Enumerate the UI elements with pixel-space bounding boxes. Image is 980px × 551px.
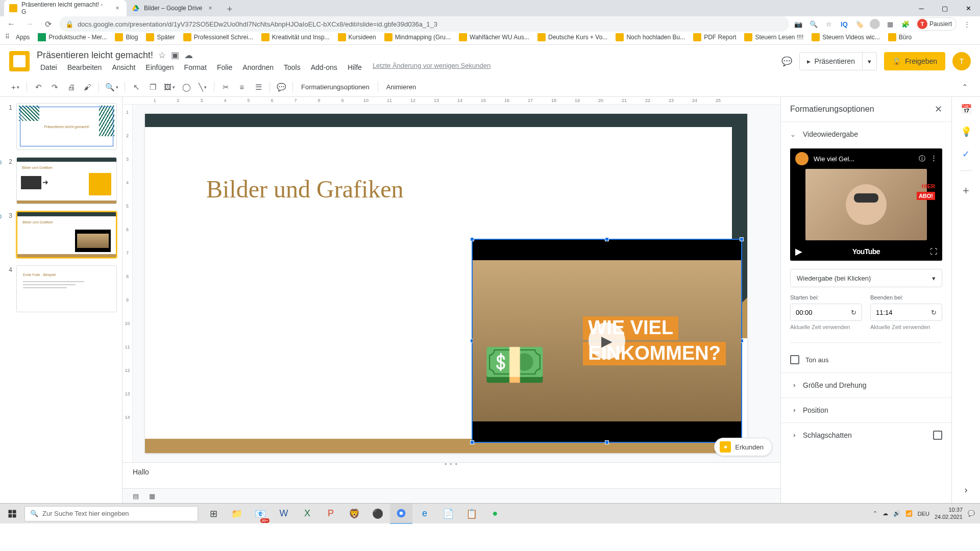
new-slide-button[interactable]: + — [8, 80, 22, 94]
bookmark-item[interactable]: Noch hochladen Bu... — [616, 33, 685, 41]
tasks-icon[interactable]: ✓ — [960, 148, 972, 160]
tray-chevron-icon[interactable]: ⌃ — [873, 510, 877, 517]
position-section[interactable]: ⌄Position — [781, 398, 951, 422]
select-tool[interactable]: ↖ — [129, 80, 143, 94]
speaker-notes[interactable]: • • • Hallo — [122, 462, 780, 488]
nav-forward-icon[interactable]: → — [22, 17, 37, 31]
doc-title[interactable]: Präsentieren leicht gemacht! — [37, 50, 153, 61]
image-tool[interactable]: 🖼 — [162, 80, 177, 94]
bookmark-item[interactable]: PDF Report — [693, 33, 736, 41]
checkbox-icon[interactable] — [790, 355, 799, 364]
fullscreen-icon[interactable]: ⛶ — [930, 247, 937, 256]
playback-mode-select[interactable]: Wiedergabe (bei Klicken) ▾ — [790, 269, 942, 287]
spotify-icon[interactable]: ● — [484, 504, 506, 524]
youtube-preview[interactable]: Wie viel Gel... ⓘ⋮ HIER ABO! ▶ YouTube ⛶ — [790, 148, 942, 261]
play-icon[interactable]: ▶ — [589, 322, 625, 359]
powerpoint-icon[interactable]: P — [320, 504, 342, 524]
move-icon[interactable]: ▣ — [171, 50, 179, 61]
ext-iq-icon[interactable]: IQ — [839, 19, 849, 29]
slide-title-text[interactable]: Bilder und Grafiken — [206, 175, 404, 203]
taskbar-search[interactable]: 🔍 Zur Suche Text hier eingeben — [24, 506, 198, 521]
slide-thumb-4[interactable]: Erste Folie - Beispiel — [16, 265, 117, 312]
resize-handle[interactable] — [470, 440, 474, 444]
mask-button[interactable]: ≡ — [235, 80, 249, 94]
resize-handle[interactable] — [470, 237, 474, 241]
zoom-button[interactable]: 🔍 — [103, 80, 120, 94]
slide-thumb-2[interactable]: Bilder und Grafiken ➜ — [16, 157, 117, 204]
add-addon-icon[interactable]: + — [963, 184, 969, 197]
resize-handle[interactable] — [605, 237, 609, 241]
start-time-field[interactable] — [796, 309, 821, 316]
slides-logo-icon[interactable] — [9, 51, 30, 71]
notes-drag-handle[interactable]: • • • — [445, 461, 458, 467]
volume-icon[interactable]: 🔊 — [893, 510, 900, 517]
app-icon[interactable]: 📋 — [460, 504, 483, 524]
keep-icon[interactable]: 💡 — [960, 126, 972, 138]
star-icon[interactable]: ☆ — [158, 50, 166, 61]
chrome-menu-icon[interactable]: ⋮ — [962, 19, 972, 29]
crop-button[interactable]: ✂ — [218, 80, 233, 94]
apps-button[interactable]: ⠿Apps — [5, 33, 30, 41]
resize-handle[interactable] — [740, 237, 744, 241]
bookmark-item[interactable]: Deutsche Kurs + Vo... — [537, 33, 607, 41]
new-tab-button[interactable]: + — [223, 2, 237, 16]
bookmark-item[interactable]: Kursideen — [338, 33, 376, 41]
menu-folie[interactable]: Folie — [213, 62, 236, 73]
reset-icon[interactable]: ↻ — [931, 309, 937, 316]
excel-icon[interactable]: X — [296, 504, 318, 524]
menu-tools[interactable]: Tools — [280, 62, 304, 73]
language-indicator[interactable]: DEU — [918, 511, 929, 517]
browser-tab-1[interactable]: Präsentieren leicht gemacht! - G × — [4, 0, 127, 16]
filmstrip-view-icon[interactable]: ▤ — [133, 492, 139, 500]
share-button[interactable]: 🔒 Freigeben — [884, 52, 945, 70]
end-time-input[interactable]: ↻ — [870, 304, 942, 321]
obs-icon[interactable]: ⚫ — [366, 504, 389, 524]
ext-circle-icon[interactable] — [870, 19, 880, 29]
video-playback-section[interactable]: ⌄ Videowiedergabe — [781, 122, 951, 146]
tab-close-icon[interactable]: × — [113, 4, 121, 12]
bookmark-item[interactable]: Steuern Videos wic... — [812, 33, 880, 41]
start-time-input[interactable]: ↻ — [790, 304, 862, 321]
window-close[interactable]: ✕ — [957, 0, 980, 16]
slide-thumb-3[interactable]: Bilder und Grafiken WIE VIELEINKOMMEN? — [16, 211, 117, 258]
hide-rail-icon[interactable]: › — [960, 484, 972, 496]
task-view-icon[interactable]: ⊞ — [202, 504, 225, 524]
tab-close-icon[interactable]: × — [206, 4, 214, 12]
youtube-logo[interactable]: YouTube — [852, 247, 880, 256]
shape-tool[interactable]: ◯ — [179, 80, 193, 94]
mail-icon[interactable]: 📧99+ — [249, 504, 272, 524]
close-icon[interactable]: ✕ — [935, 104, 942, 115]
menu-einfuegen[interactable]: Einfügen — [142, 62, 177, 73]
checkbox-icon[interactable] — [933, 431, 942, 440]
bookmark-item[interactable]: Steuern Lesen !!!! — [744, 33, 803, 41]
notifications-icon[interactable]: 💬 — [968, 510, 975, 517]
profile-paused[interactable]: T Pausiert — [916, 17, 957, 31]
start-button[interactable] — [0, 504, 24, 524]
bookmark-item[interactable]: Blog — [115, 33, 138, 41]
bookmark-item[interactable]: Büro — [888, 33, 912, 41]
clock[interactable]: 10:37 24.02.2021 — [935, 507, 963, 520]
video-element[interactable]: 💵 WIE VIEL EINKOMMEN? ▶ — [472, 239, 742, 443]
yt-menu-icon[interactable]: ⋮ — [930, 154, 937, 163]
explore-button[interactable]: ✦ Erkunden — [714, 438, 772, 456]
calendar-icon[interactable]: 📅 — [960, 103, 972, 115]
explorer-icon[interactable]: 📁 — [226, 504, 248, 524]
undo-button[interactable]: ↶ — [31, 80, 45, 94]
menu-anordnen[interactable]: Anordnen — [239, 62, 277, 73]
onedrive-icon[interactable]: ☁ — [883, 510, 888, 517]
bookmark-item[interactable]: Später — [146, 33, 175, 41]
zoom-icon[interactable]: 🔍 — [808, 19, 819, 29]
ext-tag-icon[interactable]: 🏷️ — [854, 19, 865, 29]
ext-grid-icon[interactable]: ▦ — [885, 19, 895, 29]
animate-button[interactable]: Animieren — [382, 83, 421, 91]
slide-thumb-1[interactable]: Präsentieren leicht gemacht! — [16, 103, 117, 150]
last-edit-text[interactable]: Letzte Änderung vor wenigen Sekunden — [373, 62, 491, 73]
use-current-time-end[interactable]: Aktuelle Zeit verwenden — [870, 324, 942, 330]
bookmark-item[interactable]: Wahlfächer WU Aus... — [459, 33, 529, 41]
browser-tab-2[interactable]: Bilder – Google Drive × — [127, 0, 219, 16]
menu-datei[interactable]: Datei — [37, 62, 61, 73]
info-icon[interactable]: ⓘ — [919, 154, 925, 163]
menu-bearbeiten[interactable]: Bearbeiten — [64, 62, 106, 73]
wifi-icon[interactable]: 📶 — [905, 510, 913, 517]
use-current-time-start[interactable]: Aktuelle Zeit verwenden — [790, 324, 862, 330]
